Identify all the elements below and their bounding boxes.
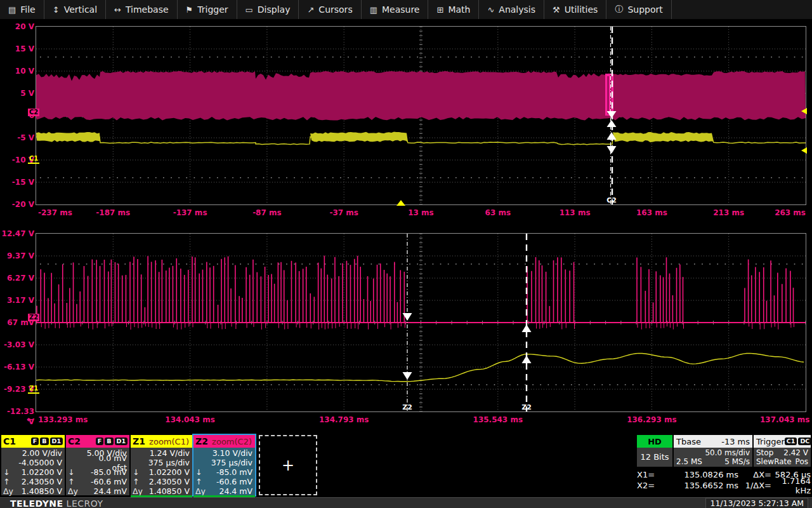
vertical-icon: ↕ bbox=[53, 5, 60, 15]
trace-name: Z2 bbox=[195, 436, 208, 446]
trigger-level-marker-icon[interactable] bbox=[801, 108, 807, 114]
menu-item-display[interactable]: ▭Display bbox=[237, 0, 299, 19]
trace-zero-marker-z1[interactable]: Z1 bbox=[28, 385, 39, 394]
descriptor-row: Δy1.40850 V bbox=[3, 486, 62, 496]
descriptor-row: ↑-60.6 mV bbox=[68, 477, 127, 486]
trace-zero-marker-z2[interactable]: Z2 bbox=[28, 314, 39, 321]
row-tag: ↑ bbox=[195, 477, 209, 486]
cursor-trace-label: Z2 bbox=[402, 403, 412, 411]
menu-item-math[interactable]: ⊞Math bbox=[428, 0, 479, 19]
menu-item-measure[interactable]: ▥Measure bbox=[362, 0, 429, 19]
trigger-mode: Stop bbox=[756, 448, 773, 457]
x-axis-label: 134.793 ms bbox=[319, 415, 369, 425]
menu-item-support[interactable]: ⓘSupport bbox=[606, 0, 671, 19]
timebase-rate: 5 MS/s bbox=[724, 457, 750, 466]
trigger-icon: ⚑ bbox=[186, 5, 193, 15]
row-tag: ↓ bbox=[133, 467, 147, 477]
trace-zero-marker-c1[interactable]: C1 bbox=[28, 155, 39, 164]
menu-item-timebase[interactable]: ↔Timebase bbox=[106, 0, 178, 19]
trigger-title: Trigger bbox=[756, 437, 785, 446]
y-axis-label: -6.13 V bbox=[0, 362, 34, 372]
descriptor-row: 0.0 mV ofst bbox=[68, 458, 127, 467]
hd-mode-panel[interactable]: HD 12 Bits bbox=[637, 435, 672, 467]
main-waveform-svg[interactable]: C2 bbox=[36, 27, 806, 204]
cursors-icon: ↗ bbox=[307, 5, 314, 15]
descriptor-body: 2.00 V/div-4.05000 V↓1.02200 V↑2.43050 V… bbox=[1, 448, 65, 496]
status-bar: TELEDYNE LECROY 11/13/2023 5:27:13 AM bbox=[0, 497, 812, 508]
x2-value: 135.6652 ms bbox=[664, 481, 738, 490]
x-axis-label: 13 ms bbox=[408, 208, 434, 218]
x-axis-label: -37 ms bbox=[329, 208, 358, 218]
trace-name: C2 bbox=[68, 436, 81, 446]
menu-item-cursors[interactable]: ↗Cursors bbox=[299, 0, 361, 19]
add-trace-box[interactable]: + bbox=[259, 435, 317, 495]
y-axis-label: -3.03 V bbox=[0, 340, 34, 350]
inv-dx-value: 1.7164 kHz bbox=[771, 476, 811, 495]
x-axis-label: 63 ms bbox=[485, 208, 511, 218]
descriptor-row: 375 µs/div bbox=[195, 458, 252, 467]
descriptor-header: C2FBD1 bbox=[66, 435, 129, 448]
row-value: 1.02200 V bbox=[22, 467, 62, 477]
descriptor-z1[interactable]: Z1zoom(C1)1.24 V/div375 µs/div↓1.02200 V… bbox=[131, 435, 192, 495]
descriptor-c1[interactable]: C1FBD12.00 V/div-4.05000 V↓1.02200 V↑2.4… bbox=[1, 435, 65, 495]
descriptor-z2[interactable]: Z2zoom(C2)3.10 V/div375 µs/div↓-85.0 mV↑… bbox=[193, 435, 255, 495]
plus-icon: + bbox=[282, 457, 294, 474]
trigger-panel[interactable]: Trigger C1 DC Stop 2.42 V SlewRate Pos bbox=[754, 435, 811, 467]
menu-item-label: Trigger bbox=[197, 4, 228, 15]
y-axis-label: -15 V bbox=[0, 177, 34, 187]
row-value: 1.40850 V bbox=[149, 486, 190, 496]
math-icon: ⊞ bbox=[436, 5, 443, 15]
descriptor-header: Z1zoom(C1) bbox=[131, 435, 192, 448]
y-axis-label: 6.27 V bbox=[0, 273, 34, 283]
trigger-type: SlewRate bbox=[756, 457, 792, 466]
menu-item-label: Utilities bbox=[565, 4, 598, 15]
x1-value: 135.0826 ms bbox=[664, 470, 738, 479]
descriptor-row: ↓-85.0 mV bbox=[195, 467, 252, 477]
main-waveform-grid[interactable]: C2 bbox=[36, 27, 806, 204]
cursor-readout: X1= 135.0826 ms ΔX= 582.6 µs X2= 135.665… bbox=[637, 469, 811, 491]
descriptor-row: 375 µs/div bbox=[133, 458, 190, 467]
menu-item-file[interactable]: ▤File bbox=[0, 0, 44, 19]
timebase-panel[interactable]: Tbase -13 ms 50.0 ms/div 2.5 MS 5 MS/s bbox=[674, 435, 752, 467]
descriptor-header: Z2zoom(C2) bbox=[193, 435, 255, 448]
descriptor-strip: C1FBD12.00 V/div-4.05000 V↓1.02200 V↑2.4… bbox=[0, 434, 812, 497]
row-value: 375 µs/div bbox=[211, 458, 252, 467]
row-value: 24.4 mV bbox=[93, 486, 127, 496]
trace-source: zoom(C2) bbox=[212, 437, 253, 446]
cursor-trace-label: C2 bbox=[606, 196, 617, 204]
y-axis-label: 15 V bbox=[0, 44, 34, 54]
menu-item-trigger[interactable]: ⚑Trigger bbox=[178, 0, 237, 19]
y-axis-label: -5 V bbox=[0, 133, 34, 143]
trigger-level-marker-icon[interactable] bbox=[801, 147, 807, 154]
y-axis-label: -20 V bbox=[0, 199, 34, 210]
hd-bits-label: 12 Bits bbox=[637, 448, 672, 462]
row-value: -85.0 mV bbox=[216, 467, 252, 477]
menu-item-label: Display bbox=[258, 4, 291, 15]
zoom-waveform-grid[interactable]: Z2Z2 bbox=[36, 234, 806, 411]
menu-item-utilities[interactable]: ⚒Utilities bbox=[544, 0, 606, 19]
analysis-icon: ∿ bbox=[487, 5, 494, 15]
x-axis-label: -187 ms bbox=[96, 208, 130, 218]
trigger-slope: Pos bbox=[796, 457, 808, 466]
descriptor-body: 5.00 V/div0.0 mV ofst↓-85.0 mV↑-60.6 mVΔ… bbox=[66, 448, 129, 496]
row-tag: ↑ bbox=[3, 477, 17, 486]
row-tag: Δy bbox=[3, 486, 17, 496]
menu-item-analysis[interactable]: ∿Analysis bbox=[479, 0, 544, 19]
zoom-waveform-svg[interactable]: Z2Z2 bbox=[36, 234, 806, 411]
trigger-coupling-badge: DC bbox=[798, 438, 811, 445]
x-axis-label: -87 ms bbox=[252, 208, 282, 218]
descriptor-c2[interactable]: C2FBD15.00 V/div0.0 mV ofst↓-85.0 mV↑-60… bbox=[66, 435, 129, 495]
trace-flag-badge: F bbox=[96, 438, 104, 445]
row-tag: Δy bbox=[133, 486, 147, 496]
dx-label: ΔX= bbox=[738, 470, 771, 479]
brand-lecroy: LECROY bbox=[67, 498, 103, 508]
trigger-position-marker-icon[interactable] bbox=[396, 200, 405, 206]
trace-flag-badge: D1 bbox=[115, 438, 128, 445]
x2-label: X2= bbox=[637, 481, 664, 490]
y-axis-label: 10 V bbox=[0, 66, 34, 76]
row-tag: ↓ bbox=[3, 467, 17, 477]
menu-item-vertical[interactable]: ↕Vertical bbox=[44, 0, 106, 19]
menu-item-label: File bbox=[20, 4, 35, 15]
x-axis-label: 113 ms bbox=[560, 208, 591, 218]
trace-zero-marker-c2[interactable]: C2 bbox=[28, 109, 39, 116]
